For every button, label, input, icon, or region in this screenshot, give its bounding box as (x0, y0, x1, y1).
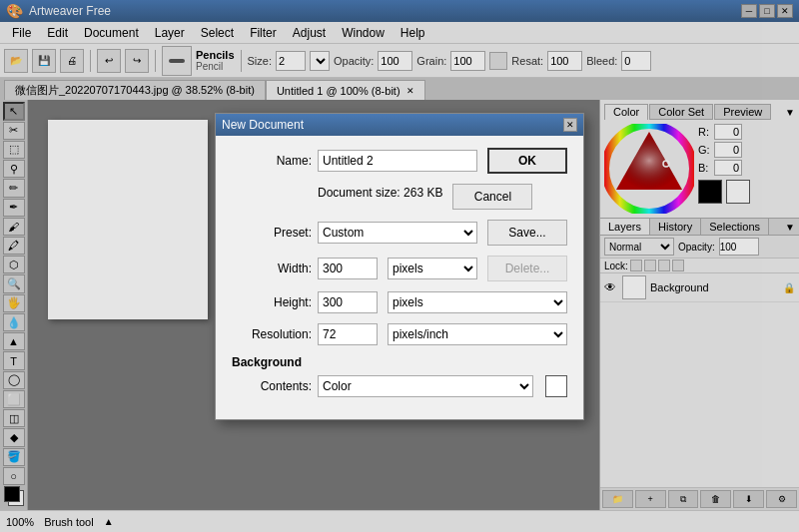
dialog-title: New Document (222, 118, 304, 132)
name-label: Name: (232, 154, 312, 168)
cancel-button[interactable]: Cancel (452, 184, 532, 210)
contents-select[interactable]: Color White Transparent (318, 375, 533, 397)
name-input[interactable] (318, 150, 477, 172)
height-row: Height: pixels inches cm (232, 291, 567, 313)
preset-label: Preset: (232, 226, 312, 240)
delete-preset-button[interactable]: Delete... (487, 256, 567, 281)
dialog-content: Name: OK Document size: 263 KB Cancel Pr… (232, 148, 567, 397)
background-color-box[interactable] (545, 375, 567, 397)
ok-button[interactable]: OK (487, 148, 567, 174)
width-row: Width: pixels inches cm Delete... (232, 256, 567, 281)
docsize-value: 263 KB (403, 186, 442, 200)
docsize-info: Document size: 263 KB (318, 186, 442, 200)
docsize-row: Document size: 263 KB Cancel (232, 184, 567, 210)
name-row: Name: OK (232, 148, 567, 174)
width-input[interactable] (318, 258, 378, 279)
width-label: Width: (232, 262, 312, 275)
height-unit-select[interactable]: pixels inches cm (388, 291, 567, 313)
height-input[interactable] (318, 291, 378, 313)
save-preset-button[interactable]: Save... (487, 220, 567, 246)
docsize-label: Document size: (318, 186, 400, 200)
dialog-titlebar: New Document ✕ (216, 114, 583, 136)
preset-row: Preset: Custom Letter A4 Screen Save... (232, 220, 567, 246)
background-section-label: Background (232, 355, 567, 369)
dialog-overlay: New Document ✕ Name: OK Document size: 2… (0, 0, 799, 532)
dialog-body: Name: OK Document size: 263 KB Cancel Pr… (216, 136, 583, 419)
resolution-row: Resolution: pixels/inch pixels/cm (232, 323, 567, 345)
preset-select[interactable]: Custom Letter A4 Screen (318, 222, 477, 244)
height-label: Height: (232, 295, 312, 309)
dialog-close-button[interactable]: ✕ (563, 118, 577, 132)
width-unit-select[interactable]: pixels inches cm (388, 258, 477, 279)
contents-label: Contents: (232, 379, 312, 393)
new-document-dialog: New Document ✕ Name: OK Document size: 2… (215, 113, 584, 420)
resolution-unit-select[interactable]: pixels/inch pixels/cm (388, 323, 567, 345)
contents-row: Contents: Color White Transparent (232, 375, 567, 397)
resolution-label: Resolution: (232, 327, 312, 341)
resolution-input[interactable] (318, 323, 378, 345)
